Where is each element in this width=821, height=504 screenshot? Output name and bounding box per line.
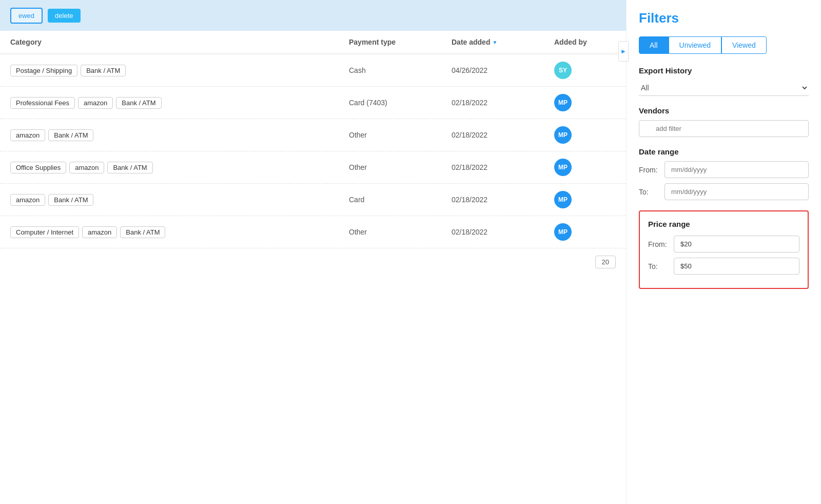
user-avatar-mp: MP [554,159,572,176]
date-value: 02/18/2022 [452,163,554,171]
avatar: MP [554,94,616,111]
column-header-category: Category [10,38,349,46]
category-tags: amazon Bank / ATM [10,194,349,206]
payment-type-value: Other [349,131,452,139]
price-to-input[interactable] [674,258,799,275]
price-from-label: From: [648,240,669,248]
price-from-row: From: [648,236,799,253]
price-from-input[interactable] [674,236,799,253]
vendor-search-input[interactable] [639,120,809,137]
table-header: Category Payment type Date added ▼ Added… [0,31,626,54]
user-avatar-mp: MP [554,223,572,241]
tag-amazon: amazon [10,194,45,206]
vendors-label: Vendors [639,106,809,115]
date-from-input[interactable] [664,161,809,178]
tag-computer-internet: Computer / Internet [10,226,79,238]
table-row: Computer / Internet amazon Bank / ATM Ot… [0,216,626,248]
column-header-payment: Payment type [349,38,452,46]
table-row: Postage / Shipping Bank / ATM Cash 04/26… [0,54,626,87]
unviewed-button[interactable]: ewed [10,8,43,24]
tag-postage-shipping: Postage / Shipping [10,65,77,76]
user-avatar-mp: MP [554,94,572,111]
column-header-added-by: Added by [554,38,616,46]
vendor-search-wrapper: 🔍 [639,120,809,137]
tag-bank-atm: Bank / ATM [120,226,165,238]
avatar: MP [554,159,616,176]
avatar: SY [554,62,616,79]
tag-bank-atm: Bank / ATM [48,129,93,141]
date-from-label: From: [639,166,659,174]
avatar: MP [554,223,616,241]
user-avatar-mp: MP [554,191,572,208]
user-avatar-sy: SY [554,62,572,79]
payment-type-value: Card [349,196,452,204]
category-tags: Computer / Internet amazon Bank / ATM [10,226,349,238]
filters-title: Filters [639,10,809,26]
export-history-section: Export History All Exported Not Exported [639,66,809,96]
avatar: MP [554,191,616,208]
tag-bank-atm: Bank / ATM [116,97,161,109]
date-value: 04/26/2022 [452,66,554,74]
date-value: 02/18/2022 [452,99,554,107]
price-to-label: To: [648,262,669,270]
export-history-label: Export History [639,66,809,75]
tag-office-supplies: Office Supplies [10,162,66,173]
category-tags: amazon Bank / ATM [10,129,349,141]
table-row: Professional Fees amazon Bank / ATM Card… [0,87,626,119]
date-to-input[interactable] [664,183,809,200]
table-row: Office Supplies amazon Bank / ATM Other … [0,151,626,184]
filter-tabs: All Unviewed Viewed [639,36,809,54]
tab-all[interactable]: All [639,36,669,54]
vendors-section: Vendors 🔍 [639,106,809,137]
price-to-row: To: [648,258,799,275]
payment-type-value: Card (7403) [349,99,452,107]
date-range-label: Date range [639,147,809,156]
date-range-section: Date range From: To: [639,147,809,200]
price-range-title: Price range [648,220,799,228]
table-row: amazon Bank / ATM Card 02/18/2022 MP [0,184,626,216]
date-from-row: From: [639,161,809,178]
toolbar: ewed delete [0,0,626,31]
export-history-select[interactable]: All Exported Not Exported [639,80,809,96]
tag-bank-atm: Bank / ATM [81,65,126,76]
tag-bank-atm: Bank / ATM [107,162,152,173]
tab-unviewed[interactable]: Unviewed [669,36,721,54]
category-tags: Professional Fees amazon Bank / ATM [10,97,349,109]
avatar: MP [554,126,616,144]
date-value: 02/18/2022 [452,196,554,204]
transactions-table: Category Payment type Date added ▼ Added… [0,31,626,276]
column-header-date[interactable]: Date added ▼ [452,38,554,46]
date-value: 02/18/2022 [452,131,554,139]
table-row: amazon Bank / ATM Other 02/18/2022 MP [0,119,626,151]
tag-bank-atm: Bank / ATM [48,194,93,206]
price-range-section: Price range From: To: [639,210,809,289]
filters-toggle-button[interactable]: ► [618,41,629,62]
category-tags: Office Supplies amazon Bank / ATM [10,162,349,173]
sort-arrow-icon: ▼ [492,40,497,45]
tab-viewed[interactable]: Viewed [721,36,767,54]
date-to-label: To: [639,188,659,196]
tag-amazon: amazon [69,162,104,173]
filters-panel: ► Filters All Unviewed Viewed Export His… [626,0,821,504]
payment-type-value: Other [349,163,452,171]
tag-amazon: amazon [82,226,117,238]
pagination: 20 [0,248,626,276]
date-to-row: To: [639,183,809,200]
tag-amazon: amazon [10,129,45,141]
tag-professional-fees: Professional Fees [10,97,75,109]
tag-amazon: amazon [78,97,113,109]
payment-type-value: Cash [349,66,452,74]
user-avatar-mp: MP [554,126,572,144]
payment-type-value: Other [349,228,452,236]
page-number[interactable]: 20 [595,256,616,268]
category-tags: Postage / Shipping Bank / ATM [10,65,349,76]
date-value: 02/18/2022 [452,228,554,236]
delete-button[interactable]: delete [48,9,80,23]
